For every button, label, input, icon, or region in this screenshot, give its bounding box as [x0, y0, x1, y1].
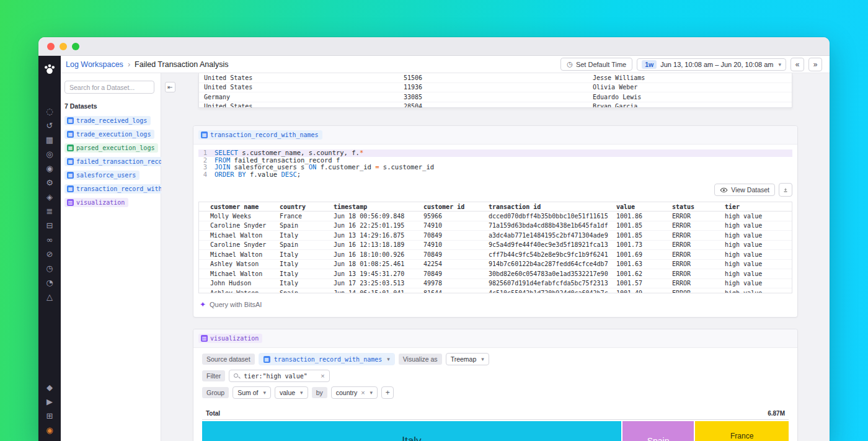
- history-icon[interactable]: ↺: [45, 122, 55, 130]
- query-with-bitsai-button[interactable]: ✦ Query with BitsAI: [193, 293, 797, 317]
- treemap-header: Total 6.87M: [202, 409, 789, 420]
- result-table-header: customer_namecountrytimestampcustomer_id…: [199, 202, 792, 212]
- table-icon: ▦: [264, 356, 270, 363]
- group-by-select[interactable]: country × ▾: [331, 386, 378, 399]
- column-header[interactable]: timestamp: [329, 203, 418, 210]
- sql-editor[interactable]: 1SELECT s.customer_name, s.country, f.*2…: [193, 145, 797, 180]
- next-icon: »: [813, 60, 818, 69]
- time-forward-button[interactable]: »: [808, 58, 822, 71]
- view-dataset-label: View Dataset: [731, 186, 769, 194]
- table-row[interactable]: United States28504Bryan Garcia: [199, 102, 792, 109]
- remove-group-by-icon[interactable]: ×: [361, 390, 365, 396]
- group-label: Group: [202, 387, 229, 398]
- dataset-chip-trade_execution_logs[interactable]: ▦trade_execution_logs: [64, 130, 154, 139]
- layers-icon[interactable]: ⊞: [45, 412, 55, 421]
- column-header[interactable]: tier: [720, 203, 794, 210]
- dataset-chip-failed_transaction_record[interactable]: ▦failed_transaction_record: [64, 157, 174, 166]
- table-row[interactable]: John HudsonItalyJun 17 23:25:03.51349978…: [199, 279, 792, 289]
- aggregation-field-select[interactable]: value ▾: [275, 386, 308, 399]
- table-row[interactable]: Caroline SnyderSpainJun 16 12:13:18.1897…: [199, 241, 792, 251]
- window-titlebar: [38, 37, 830, 56]
- table-row[interactable]: Michael WaltonItalyJun 16 18:10:00.92670…: [199, 250, 792, 260]
- column-header[interactable]: transaction_id: [484, 203, 611, 210]
- treemap-title: Total: [206, 410, 220, 417]
- breadcrumb-separator: ›: [128, 60, 130, 69]
- sparkle-icon: ✦: [200, 300, 206, 309]
- column-header[interactable]: customer_id: [418, 203, 484, 210]
- table-row[interactable]: United States11936Olivia Weber: [199, 83, 792, 93]
- pin-icon[interactable]: ◆: [45, 383, 55, 392]
- by-label: by: [312, 387, 327, 398]
- monitors-icon[interactable]: ◷: [45, 264, 55, 273]
- dataset-chip-visualization[interactable]: ▥visualization: [64, 198, 128, 207]
- time-range-selector[interactable]: 1w Jun 13, 10:08 am – Jun 20, 10:08 am ▾: [637, 58, 786, 71]
- dataset-search-input[interactable]: [64, 81, 154, 94]
- table-row[interactable]: United States51506Jesse Williams: [199, 73, 792, 83]
- treemap: ItalySpainFrance587.9k: [202, 421, 789, 441]
- rail-top-icons: ◌↺▦◎◉⚙◈≣⊟∞⊘◷◔△: [45, 107, 55, 301]
- column-header[interactable]: customer_name: [199, 203, 275, 210]
- service-map-icon[interactable]: ◈: [45, 193, 55, 202]
- treemap-block-france[interactable]: France587.9k: [695, 421, 789, 441]
- dataset-chip-visualization[interactable]: ▥ visualization: [198, 334, 262, 343]
- line-number: 4: [200, 171, 207, 179]
- result-table: customer_namecountrytimestampcustomer_id…: [198, 202, 792, 293]
- dog-icon[interactable]: ◉: [45, 426, 55, 435]
- table-row[interactable]: Ashley WatsonItalyJun 18 01:08:25.461422…: [199, 260, 792, 270]
- query-card-dataset-label: transaction_record_with_names: [210, 131, 319, 138]
- security-icon[interactable]: ⊘: [45, 250, 55, 259]
- column-header[interactable]: value: [611, 203, 667, 210]
- dataset-chip-trade_received_logs[interactable]: ▦trade_received_logs: [64, 116, 151, 125]
- eye-icon: [720, 187, 728, 193]
- infrastructure-icon[interactable]: ◎: [45, 150, 55, 159]
- group-row: Group Sum of ▾ value ▾ by: [202, 386, 789, 399]
- chevron-down-icon: ▾: [300, 390, 303, 396]
- links-icon[interactable]: ∞: [45, 236, 55, 244]
- search-icon[interactable]: ◌: [45, 107, 55, 116]
- table-icon: ▦: [67, 131, 74, 138]
- add-group-by-button[interactable]: +: [381, 386, 394, 399]
- breadcrumb-log-workspaces[interactable]: Log Workspaces: [66, 60, 123, 69]
- table-row[interactable]: Michael WaltonItalyJun 13 14:29:16.87570…: [199, 231, 792, 241]
- group-by-value: country: [336, 389, 357, 396]
- datadog-logo[interactable]: [43, 63, 56, 76]
- set-default-time-button[interactable]: ◷ Set Default Time: [560, 58, 632, 71]
- clock-icon: ◷: [567, 60, 573, 68]
- profile-icon[interactable]: ◔: [45, 278, 55, 287]
- close-button[interactable]: [47, 43, 55, 50]
- apm-icon[interactable]: ⚙: [45, 179, 55, 187]
- viz-card-chip-label: visualization: [210, 335, 259, 342]
- filter-input-box[interactable]: ×: [229, 370, 329, 382]
- database-icon[interactable]: ⊟: [45, 221, 55, 230]
- table-row[interactable]: Caroline SnyderSpainJun 16 22:25:01.1957…: [199, 221, 792, 231]
- table-row[interactable]: Michael WaltonItalyJun 13 19:45:31.27070…: [199, 269, 792, 279]
- table-row[interactable]: Ashley WatsonSpainJun 14 06:15:01.041816…: [199, 288, 792, 293]
- zoom-button[interactable]: [72, 43, 79, 50]
- column-header[interactable]: country: [275, 203, 329, 210]
- experiments-icon[interactable]: △: [45, 293, 55, 301]
- watchdog-icon[interactable]: ◉: [45, 164, 55, 173]
- query-card: ▦ transaction_record_with_names 1SELECT …: [193, 125, 798, 318]
- dashboards-icon[interactable]: ▦: [45, 136, 55, 145]
- sql-line[interactable]: 4ORDER BY f.value DESC;: [198, 171, 792, 179]
- clear-filter-icon[interactable]: ×: [321, 373, 324, 380]
- filter-input[interactable]: [244, 373, 317, 380]
- dataset-chip-transaction_record_with_names[interactable]: ▦ transaction_record_with_names: [198, 130, 322, 140]
- time-back-button[interactable]: «: [790, 58, 804, 71]
- logs-icon[interactable]: ≣: [45, 207, 55, 216]
- minimize-button[interactable]: [60, 43, 67, 50]
- source-dataset-select[interactable]: ▦ transaction_record_with_names ▾: [259, 353, 395, 365]
- dataset-chip-salesforce_users[interactable]: ▦salesforce_users: [64, 171, 140, 180]
- download-button[interactable]: [779, 183, 792, 197]
- table-row[interactable]: Germany33085Eduardo Lewis: [199, 92, 792, 102]
- table-row[interactable]: Molly WeeksFranceJun 18 00:56:09.8489596…: [199, 212, 792, 221]
- cursor-icon[interactable]: ▶: [45, 398, 55, 406]
- collapse-panel-button[interactable]: ⇤: [165, 82, 175, 92]
- dataset-chip-parsed_execution_logs[interactable]: ▦parsed_execution_logs: [64, 143, 158, 153]
- view-dataset-button[interactable]: View Dataset: [714, 184, 775, 196]
- treemap-block-spain[interactable]: Spain: [622, 421, 694, 441]
- treemap-block-italy[interactable]: Italy: [202, 421, 621, 441]
- aggregation-select[interactable]: Sum of ▾: [232, 386, 271, 399]
- column-header[interactable]: status: [667, 203, 720, 210]
- visualize-as-select[interactable]: Treemap ▾: [446, 353, 489, 365]
